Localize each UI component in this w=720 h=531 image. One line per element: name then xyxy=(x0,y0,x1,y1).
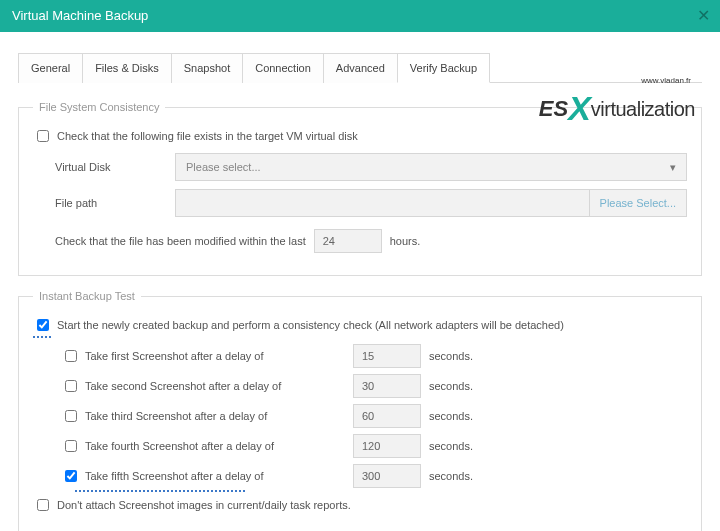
input-shot-1[interactable]: 15 xyxy=(353,344,421,368)
select-virtual-disk-value: Please select... xyxy=(186,154,261,180)
titlebar: Virtual Machine Backup ✕ xyxy=(0,0,720,32)
chk-start-backup[interactable] xyxy=(37,319,49,331)
fieldset-file-system-consistency: File System Consistency Check that the f… xyxy=(18,101,702,276)
label-shot-1: Take first Screenshot after a delay of xyxy=(85,350,345,362)
label-seconds-5: seconds. xyxy=(429,470,473,482)
label-shot-3: Take third Screenshot after a delay of xyxy=(85,410,345,422)
label-virtual-disk: Virtual Disk xyxy=(55,161,175,173)
input-file-path[interactable]: Please Select... xyxy=(175,189,687,217)
tab-general[interactable]: General xyxy=(18,53,83,83)
label-modified-post: hours. xyxy=(390,235,421,247)
tab-verify-backup[interactable]: Verify Backup xyxy=(397,53,490,83)
label-shot-5: Take fifth Screenshot after a delay of xyxy=(85,470,345,482)
chk-no-attach-label: Don't attach Screenshot images in curren… xyxy=(57,499,351,511)
label-shot-2: Take second Screenshot after a delay of xyxy=(85,380,345,392)
chk-shot-3[interactable] xyxy=(65,410,77,422)
tab-files-disks[interactable]: Files & Disks xyxy=(82,53,172,83)
close-icon[interactable]: ✕ xyxy=(697,0,710,32)
chk-shot-5[interactable] xyxy=(65,470,77,482)
input-shot-5[interactable]: 300 xyxy=(353,464,421,488)
btn-file-path-select[interactable]: Please Select... xyxy=(589,190,686,216)
chk-shot-1[interactable] xyxy=(65,350,77,362)
input-shot-4[interactable]: 120 xyxy=(353,434,421,458)
chk-start-backup-label: Start the newly created backup and perfo… xyxy=(57,319,564,331)
chk-shot-4[interactable] xyxy=(65,440,77,452)
legend-fs: File System Consistency xyxy=(33,101,165,113)
label-shot-4: Take fourth Screenshot after a delay of xyxy=(85,440,345,452)
logo: www.vladan.fr ESXvirtualization xyxy=(495,76,695,124)
logo-x: X xyxy=(568,89,591,127)
label-file-path: File path xyxy=(55,197,175,209)
label-modified-pre: Check that the file has been modified wi… xyxy=(55,235,306,247)
tab-advanced[interactable]: Advanced xyxy=(323,53,398,83)
input-shot-2[interactable]: 30 xyxy=(353,374,421,398)
window-title: Virtual Machine Backup xyxy=(12,8,148,23)
tab-snapshot[interactable]: Snapshot xyxy=(171,53,243,83)
select-virtual-disk[interactable]: Please select... ▾ xyxy=(175,153,687,181)
underline-annotation-2 xyxy=(75,490,245,492)
logo-url: www.vladan.fr xyxy=(495,76,691,85)
chevron-down-icon: ▾ xyxy=(670,154,676,180)
chk-file-exists-label: Check that the following file exists in … xyxy=(57,130,358,142)
chk-no-attach[interactable] xyxy=(37,499,49,511)
tab-connection[interactable]: Connection xyxy=(242,53,324,83)
label-seconds-2: seconds. xyxy=(429,380,473,392)
legend-ibt: Instant Backup Test xyxy=(33,290,141,302)
input-shot-3[interactable]: 60 xyxy=(353,404,421,428)
input-hours[interactable]: 24 xyxy=(314,229,382,253)
label-seconds-1: seconds. xyxy=(429,350,473,362)
label-seconds-3: seconds. xyxy=(429,410,473,422)
label-seconds-4: seconds. xyxy=(429,440,473,452)
chk-shot-2[interactable] xyxy=(65,380,77,392)
logo-rest: virtualization xyxy=(591,98,695,120)
fieldset-instant-backup-test: Instant Backup Test Start the newly crea… xyxy=(18,290,702,531)
underline-annotation-1 xyxy=(33,336,51,338)
logo-es: ES xyxy=(539,96,568,121)
chk-file-exists[interactable] xyxy=(37,130,49,142)
